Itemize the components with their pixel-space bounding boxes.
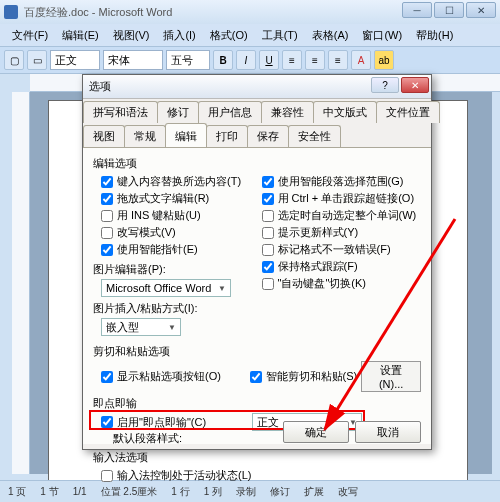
bold-icon[interactable]: B bbox=[213, 50, 233, 70]
tab-save[interactable]: 保存 bbox=[247, 125, 289, 147]
dialog-titlebar: 选项 ? ✕ bbox=[83, 75, 431, 99]
status-section: 1 节 bbox=[40, 485, 58, 499]
right-column: 使用智能段落选择范围(G) 用 Ctrl + 单击跟踪超链接(O) 选定时自动选… bbox=[254, 173, 411, 292]
status-col: 1 列 bbox=[204, 485, 222, 499]
menu-edit[interactable]: 编辑(E) bbox=[56, 26, 105, 45]
menu-tools[interactable]: 工具(T) bbox=[256, 26, 304, 45]
menubar: 文件(F) 编辑(E) 视图(V) 插入(I) 格式(O) 工具(T) 表格(A… bbox=[0, 24, 500, 46]
tab-general[interactable]: 常规 bbox=[124, 125, 166, 147]
chk-replace-selection[interactable]: 键入内容替换所选内容(T) bbox=[93, 173, 250, 190]
ruler-vertical[interactable] bbox=[12, 92, 30, 474]
menu-view[interactable]: 视图(V) bbox=[107, 26, 156, 45]
tab-track[interactable]: 修订 bbox=[157, 101, 199, 123]
status-position: 位置 2.5厘米 bbox=[101, 485, 158, 499]
menu-format[interactable]: 格式(O) bbox=[204, 26, 254, 45]
tab-spelling[interactable]: 拼写和语法 bbox=[83, 101, 158, 123]
pic-editor-label: 图片编辑器(P): bbox=[93, 262, 250, 277]
menu-table[interactable]: 表格(A) bbox=[306, 26, 355, 45]
word-icon bbox=[4, 5, 18, 19]
chk-format-inconsist[interactable]: 标记格式不一致错误(F) bbox=[254, 241, 411, 258]
chk-update-style[interactable]: 提示更新样式(Y) bbox=[254, 224, 411, 241]
chk-drag-drop[interactable]: 拖放式文字编辑(R) bbox=[93, 190, 250, 207]
close-button[interactable]: ✕ bbox=[466, 2, 496, 18]
status-track: 录制 bbox=[236, 485, 256, 499]
settings-button[interactable]: 设置(N)... bbox=[361, 361, 421, 392]
menu-window[interactable]: 窗口(W) bbox=[356, 26, 408, 45]
dialog-body: 编辑选项 键入内容替换所选内容(T) 拖放式文字编辑(R) 用 INS 键粘贴(… bbox=[83, 148, 431, 444]
tab-view[interactable]: 视图 bbox=[83, 125, 125, 147]
cancel-button[interactable]: 取消 bbox=[355, 421, 421, 443]
align-center-icon[interactable]: ≡ bbox=[305, 50, 325, 70]
align-left-icon[interactable]: ≡ bbox=[282, 50, 302, 70]
tab-fileloc[interactable]: 文件位置 bbox=[376, 101, 440, 123]
status-ext: 扩展 bbox=[304, 485, 324, 499]
open-icon[interactable]: ▭ bbox=[27, 50, 47, 70]
chk-smart-cut-paste[interactable]: 智能剪切和粘贴(S) bbox=[242, 368, 358, 385]
italic-icon[interactable]: I bbox=[236, 50, 256, 70]
tab-print[interactable]: 打印 bbox=[206, 125, 248, 147]
paste-mode-label: 图片插入/粘贴方式(I): bbox=[93, 301, 250, 316]
tab-edit[interactable]: 编辑 bbox=[165, 123, 207, 147]
align-right-icon[interactable]: ≡ bbox=[328, 50, 348, 70]
chk-ins-paste[interactable]: 用 INS 键粘贴(U) bbox=[93, 207, 250, 224]
chk-overwrite[interactable]: 改写模式(V) bbox=[93, 224, 250, 241]
new-icon[interactable]: ▢ bbox=[4, 50, 24, 70]
word-main-window: 百度经验.doc - Microsoft Word ─ ☐ ✕ 文件(F) 编辑… bbox=[0, 0, 500, 502]
titlebar: 百度经验.doc - Microsoft Word ─ ☐ ✕ bbox=[0, 0, 500, 24]
chk-ctrl-click-link[interactable]: 用 Ctrl + 单击跟踪超链接(O) bbox=[254, 190, 411, 207]
window-controls: ─ ☐ ✕ bbox=[402, 2, 496, 18]
dialog-buttons: 确定 取消 bbox=[283, 421, 421, 443]
font-select[interactable]: 宋体 bbox=[103, 50, 163, 70]
menu-file[interactable]: 文件(F) bbox=[6, 26, 54, 45]
chk-show-paste-options[interactable]: 显示粘贴选项按钮(O) bbox=[93, 368, 242, 385]
dialog-tabs: 拼写和语法 修订 用户信息 兼容性 中文版式 文件位置 视图 常规 编辑 打印 … bbox=[83, 99, 431, 148]
chk-smart-paragraph[interactable]: 使用智能段落选择范围(G) bbox=[254, 173, 411, 190]
dialog-help-button[interactable]: ? bbox=[371, 77, 399, 93]
status-ovr: 改写 bbox=[338, 485, 358, 499]
menu-insert[interactable]: 插入(I) bbox=[157, 26, 201, 45]
chk-smart-cursor[interactable]: 使用智能指针(E) bbox=[93, 241, 250, 258]
chevron-down-icon: ▼ bbox=[168, 323, 176, 332]
tab-security[interactable]: 安全性 bbox=[288, 125, 341, 147]
font-color-icon[interactable]: A bbox=[351, 50, 371, 70]
section-ime-label: 输入法选项 bbox=[93, 450, 421, 465]
chevron-down-icon: ▼ bbox=[218, 284, 226, 293]
status-pages: 1/1 bbox=[73, 486, 87, 497]
chk-ime-active[interactable]: 输入法控制处于活动状态(L) bbox=[93, 467, 421, 484]
left-column: 键入内容替换所选内容(T) 拖放式文字编辑(R) 用 INS 键粘贴(U) 改写… bbox=[93, 173, 250, 336]
minimize-button[interactable]: ─ bbox=[402, 2, 432, 18]
options-dialog: 选项 ? ✕ 拼写和语法 修订 用户信息 兼容性 中文版式 文件位置 视图 常规… bbox=[82, 74, 432, 450]
status-line: 1 行 bbox=[171, 485, 189, 499]
ok-button[interactable]: 确定 bbox=[283, 421, 349, 443]
status-rev: 修订 bbox=[270, 485, 290, 499]
underline-icon[interactable]: U bbox=[259, 50, 279, 70]
dialog-title: 选项 bbox=[89, 79, 111, 94]
maximize-button[interactable]: ☐ bbox=[434, 2, 464, 18]
menu-help[interactable]: 帮助(H) bbox=[410, 26, 459, 45]
paste-mode-select[interactable]: 嵌入型▼ bbox=[101, 318, 181, 336]
highlight-icon[interactable]: ab bbox=[374, 50, 394, 70]
size-select[interactable]: 五号 bbox=[166, 50, 210, 70]
dialog-close-button[interactable]: ✕ bbox=[401, 77, 429, 93]
section-edit-label: 编辑选项 bbox=[93, 156, 421, 171]
chk-click-type[interactable]: 启用"即点即输"(C) bbox=[93, 414, 244, 431]
chk-select-word[interactable]: 选定时自动选定整个单词(W) bbox=[254, 207, 411, 224]
tab-compat[interactable]: 兼容性 bbox=[261, 101, 314, 123]
section-cut-label: 剪切和粘贴选项 bbox=[93, 344, 421, 359]
section-click-label: 即点即输 bbox=[93, 396, 421, 411]
toolbar: ▢ ▭ 正文 宋体 五号 B I U ≡ ≡ ≡ A ab bbox=[0, 46, 500, 74]
chk-auto-keyboard[interactable]: "自动键盘"切换(K) bbox=[254, 275, 411, 292]
chk-keep-format-track[interactable]: 保持格式跟踪(F) bbox=[254, 258, 411, 275]
tab-userinfo[interactable]: 用户信息 bbox=[198, 101, 262, 123]
pic-editor-select[interactable]: Microsoft Office Word▼ bbox=[101, 279, 231, 297]
status-page: 1 页 bbox=[8, 485, 26, 499]
window-title: 百度经验.doc - Microsoft Word bbox=[24, 5, 172, 20]
tab-cjk[interactable]: 中文版式 bbox=[313, 101, 377, 123]
style-select[interactable]: 正文 bbox=[50, 50, 100, 70]
